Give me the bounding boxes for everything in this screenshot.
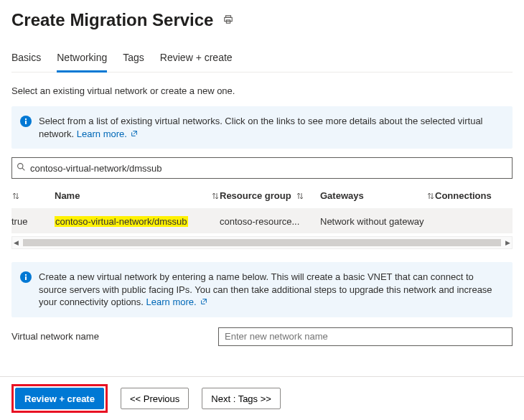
external-link-icon [131,130,138,137]
row-selected: true [11,216,55,227]
info-icon [20,115,32,140]
info-text: Create a new virtual network by entering… [39,271,492,307]
next-button[interactable]: Next : Tags >> [202,388,281,409]
learn-more-link[interactable]: Learn more. [146,297,208,307]
info-new-vnet: Create a new virtual network by entering… [11,262,513,317]
scroll-left-icon[interactable]: ◀ [14,239,19,246]
tab-basics[interactable]: Basics [11,47,41,73]
table-row[interactable]: true contoso-virtual-network/dmssub cont… [11,209,513,233]
vnet-search[interactable] [11,157,513,179]
svg-rect-5 [25,118,27,120]
external-link-icon [200,298,207,305]
print-icon[interactable] [223,14,233,27]
highlight-frame: Review + create [11,384,108,413]
col-conn[interactable]: Connections [435,190,500,201]
info-icon [20,271,32,309]
page-title: Create Migration Service [11,10,213,30]
svg-rect-8 [25,276,27,280]
vnet-name-input[interactable] [218,327,513,346]
col-name[interactable]: Name [55,190,220,201]
sort-icon[interactable] [296,192,304,200]
svg-rect-9 [25,274,27,276]
vnet-table-header: Name Resource group Gateways Connections [11,183,513,209]
previous-button[interactable]: << Previous [121,388,189,409]
sort-icon[interactable] [11,192,20,200]
wizard-footer: Review + create << Previous Next : Tags … [0,376,524,420]
info-existing-vnet: Select from a list of existing virtual n… [11,106,513,149]
col-rg[interactable]: Resource group [220,190,320,201]
learn-more-link[interactable]: Learn more. [77,129,139,139]
tabs: Basics Networking Tags Review + create [11,47,513,73]
sort-icon[interactable] [426,192,435,200]
horizontal-scrollbar[interactable]: ◀ ▶ [11,236,513,249]
tab-networking[interactable]: Networking [57,47,107,73]
section-description: Select an existing virtual network or cr… [11,85,513,96]
row-gw: Network without gateway [320,216,435,227]
tab-tags[interactable]: Tags [123,47,144,73]
scroll-right-icon[interactable]: ▶ [505,239,510,246]
search-icon [17,162,26,174]
tab-review-create[interactable]: Review + create [160,47,233,73]
review-create-button[interactable]: Review + create [15,388,104,409]
col-gw[interactable]: Gateways [320,190,435,201]
row-name[interactable]: contoso-virtual-network/dmssub [55,216,188,227]
sort-icon[interactable] [211,192,220,200]
svg-rect-4 [25,121,27,124]
svg-point-6 [18,164,23,169]
vnet-search-input[interactable] [30,163,507,174]
row-rg: contoso-resource... [220,216,320,227]
svg-rect-1 [225,17,233,21]
vnet-name-label: Virtual network name [11,331,205,342]
